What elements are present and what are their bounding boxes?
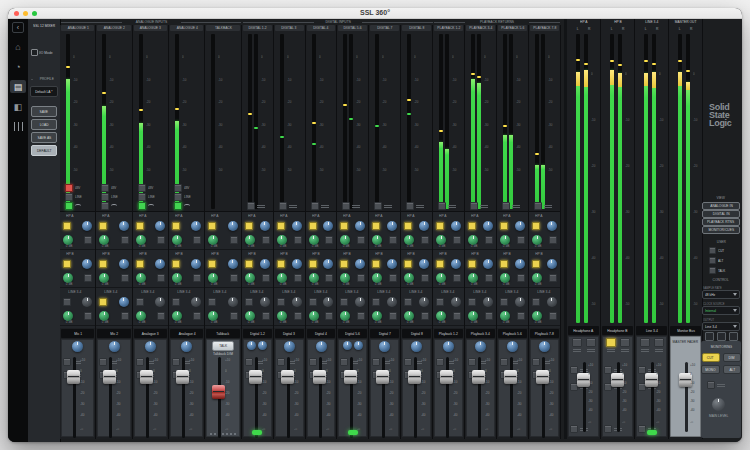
send-on-button[interactable] — [340, 222, 348, 230]
assign-button[interactable] — [572, 338, 582, 347]
pan-knob[interactable] — [284, 341, 295, 352]
fader-handle[interactable] — [408, 370, 421, 384]
option-button[interactable] — [374, 202, 382, 210]
line-button[interactable] — [101, 193, 109, 201]
send-pre-button[interactable] — [121, 274, 129, 282]
send-on-button[interactable] — [309, 298, 317, 306]
pan-knob[interactable] — [354, 341, 363, 350]
send-on-button[interactable] — [436, 222, 444, 230]
send-pan-knob[interactable] — [155, 297, 165, 307]
send-pan-knob[interactable] — [547, 221, 557, 231]
control-clock-source-select[interactable]: Internal — [702, 306, 740, 315]
cut-button[interactable] — [532, 358, 540, 366]
send-pre-button[interactable] — [157, 274, 165, 282]
hpf-button[interactable] — [138, 202, 146, 210]
cut-button[interactable] — [436, 358, 444, 366]
cut-button[interactable] — [63, 358, 71, 366]
send-on-button[interactable] — [136, 298, 144, 306]
pan-knob[interactable] — [411, 341, 422, 352]
send-pan-knob[interactable] — [191, 221, 201, 231]
send-pre-button[interactable] — [157, 312, 165, 320]
io-mode-checkbox[interactable] — [31, 49, 38, 56]
pan-knob[interactable] — [539, 341, 550, 352]
option-button[interactable] — [502, 202, 510, 210]
send-pan-knob[interactable] — [82, 259, 92, 269]
fader-handle[interactable] — [376, 370, 389, 384]
monitor-cut-button[interactable]: CUT — [702, 353, 720, 362]
foot-button[interactable] — [604, 425, 612, 433]
assign-button[interactable] — [654, 338, 664, 347]
send-pre-button[interactable] — [421, 274, 429, 282]
mixer-icon[interactable]: ▤ — [10, 80, 26, 93]
send-on-button[interactable] — [63, 222, 71, 230]
send-on-button[interactable] — [245, 222, 253, 230]
pan-knob[interactable] — [443, 341, 454, 352]
send-pan-knob[interactable] — [292, 221, 302, 231]
send-pre-button[interactable] — [230, 236, 238, 244]
pan-knob[interactable] — [247, 341, 256, 350]
send-pan-knob[interactable] — [292, 259, 302, 269]
stereo-link-badge[interactable] — [647, 430, 657, 435]
send-on-button[interactable] — [468, 298, 476, 306]
send-pan-knob[interactable] — [228, 259, 238, 269]
send-on-button[interactable] — [245, 260, 253, 268]
send-pan-knob[interactable] — [323, 221, 333, 231]
send-on-button[interactable] — [99, 260, 107, 268]
talk-button[interactable]: TALK — [212, 341, 234, 351]
pan-knob[interactable] — [145, 341, 156, 352]
send-pre-button[interactable] — [157, 236, 165, 244]
phantom-48v-button[interactable] — [138, 184, 146, 192]
send-on-button[interactable] — [404, 298, 412, 306]
send-pan-knob[interactable] — [451, 259, 461, 269]
hpf-button[interactable] — [65, 202, 73, 210]
send-pan-knob[interactable] — [451, 221, 461, 231]
send-pre-button[interactable] — [485, 274, 493, 282]
send-pre-button[interactable] — [485, 312, 493, 320]
cut-button[interactable] — [500, 358, 508, 366]
assign-button[interactable] — [640, 338, 650, 347]
send-pan-knob[interactable] — [82, 297, 92, 307]
pan-knob[interactable] — [475, 341, 486, 352]
send-pre-button[interactable] — [121, 312, 129, 320]
save-button[interactable]: SAVE — [31, 106, 57, 117]
send-on-button[interactable] — [500, 298, 508, 306]
send-pan-knob[interactable] — [119, 297, 129, 307]
home-icon[interactable]: ⌂ — [10, 40, 26, 53]
send-pan-knob[interactable] — [260, 297, 270, 307]
pan-knob[interactable] — [258, 341, 267, 350]
send-pre-button[interactable] — [230, 274, 238, 282]
fader-handle[interactable] — [504, 370, 517, 384]
line-button[interactable] — [138, 193, 146, 201]
send-on-button[interactable] — [500, 260, 508, 268]
send-pre-button[interactable] — [262, 274, 270, 282]
send-pre-button[interactable] — [193, 312, 201, 320]
send-pan-knob[interactable] — [419, 221, 429, 231]
send-pre-button[interactable] — [549, 236, 557, 244]
pan-knob[interactable] — [379, 341, 390, 352]
fader-handle[interactable] — [140, 370, 153, 384]
fader-handle[interactable] — [176, 370, 189, 384]
pan-knob[interactable] — [109, 341, 120, 352]
option-button[interactable] — [534, 202, 542, 210]
send-on-button[interactable] — [172, 222, 180, 230]
monitor-mono-button[interactable]: MONO — [701, 365, 720, 374]
send-on-button[interactable] — [404, 222, 412, 230]
send-on-button[interactable] — [63, 260, 71, 268]
send-pre-button[interactable] — [325, 236, 333, 244]
cut-button[interactable] — [468, 358, 476, 366]
send-pre-button[interactable] — [517, 312, 525, 320]
faders-icon[interactable] — [10, 120, 26, 133]
user-cut-button[interactable] — [709, 247, 716, 254]
option-button[interactable] — [247, 202, 255, 210]
pan-knob[interactable] — [343, 341, 352, 350]
send-on-button[interactable] — [63, 298, 71, 306]
send-on-button[interactable] — [277, 260, 285, 268]
option-button[interactable] — [470, 202, 478, 210]
send-pre-button[interactable] — [84, 236, 92, 244]
footer-icon-3[interactable] — [729, 332, 738, 341]
send-pan-knob[interactable] — [228, 221, 238, 231]
option-button[interactable] — [342, 202, 350, 210]
send-pre-button[interactable] — [325, 274, 333, 282]
cut-button[interactable] — [172, 358, 180, 366]
cut-button[interactable] — [99, 358, 107, 366]
